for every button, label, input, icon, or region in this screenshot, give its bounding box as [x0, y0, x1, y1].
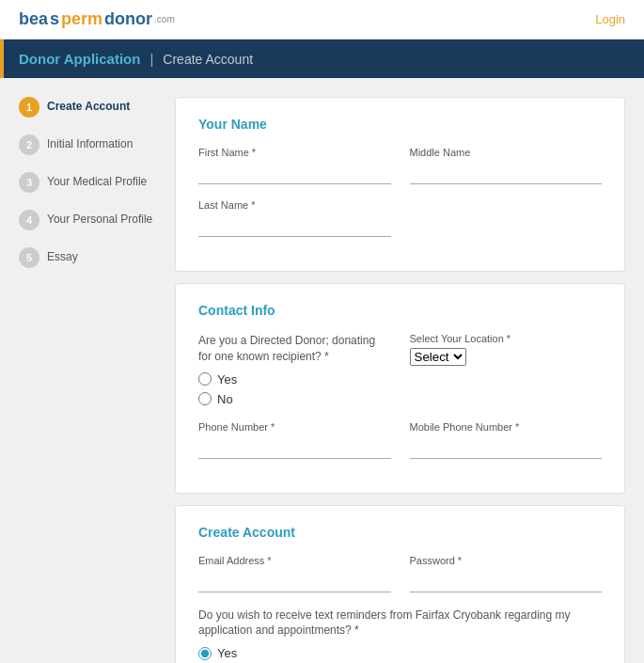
header-bar: Donor Application | Create Account — [0, 39, 644, 78]
middle-name-label: Middle Name — [410, 147, 603, 158]
your-name-section: Your Name First Name * Middle Name Last … — [175, 97, 625, 272]
create-account-title: Create Account — [198, 525, 602, 540]
email-label: Email Address * — [198, 555, 391, 566]
last-name-input[interactable] — [198, 214, 391, 237]
text-reminders-question: Do you wish to receive text reminders fr… — [198, 608, 602, 639]
logo: beaspermdonor.com — [19, 9, 175, 29]
directed-donor-yes[interactable]: Yes — [198, 372, 391, 387]
text-reminders-radio-group: Yes No — [198, 646, 602, 663]
mobile-field: Mobile Phone Number * — [410, 421, 603, 459]
logo-bea: bea — [19, 9, 48, 29]
content-area: Your Name First Name * Middle Name Last … — [175, 97, 625, 663]
directed-donor-no-radio[interactable] — [198, 392, 212, 405]
top-nav: beaspermdonor.com Login — [0, 0, 644, 39]
sidebar: 1 Create Account 2 Initial Information 3… — [19, 97, 160, 663]
last-name-label: Last Name * — [198, 199, 391, 211]
contact-row-2: Phone Number * Mobile Phone Number * — [198, 421, 602, 459]
logo-donor: donor — [104, 9, 152, 29]
logo-com: .com — [154, 14, 175, 24]
step-2-number: 2 — [19, 134, 39, 155]
main-layout: 1 Create Account 2 Initial Information 3… — [0, 78, 644, 663]
location-label: Select Your Location * — [410, 333, 603, 344]
text-reminders-yes[interactable]: Yes — [198, 646, 602, 660]
logo-perm: perm — [61, 9, 102, 29]
step-2-label: Initial Information — [47, 134, 133, 150]
create-account-section: Create Account Email Address * Password … — [175, 505, 625, 663]
middle-name-field: Middle Name — [410, 147, 603, 184]
header-accent — [0, 39, 4, 78]
step-3-number: 3 — [19, 172, 39, 193]
header-subtitle: Create Account — [163, 52, 253, 67]
step-1-label: Create Account — [47, 97, 130, 113]
middle-name-input[interactable] — [410, 162, 603, 184]
mobile-input[interactable] — [410, 436, 603, 459]
contact-row-1: Are you a Directed Donor; donating for o… — [198, 333, 602, 406]
step-4-number: 4 — [19, 210, 39, 230]
password-field: Password * — [410, 555, 603, 592]
sidebar-item-essay[interactable]: 5 Essay — [19, 247, 160, 268]
sidebar-item-personal-profile[interactable]: 4 Your Personal Profile — [19, 210, 160, 230]
first-name-label: First Name * — [198, 147, 391, 158]
header-bar-wrap: Donor Application | Create Account — [0, 39, 644, 78]
name-row-2: Last Name * — [198, 199, 602, 237]
password-input[interactable] — [410, 570, 603, 592]
directed-donor-question: Are you a Directed Donor; donating for o… — [198, 333, 391, 365]
step-3-label: Your Medical Profile — [47, 172, 147, 188]
header-title: Donor Application — [19, 51, 140, 67]
last-name-field: Last Name * — [198, 199, 391, 237]
account-row-1: Email Address * Password * — [198, 555, 602, 592]
logo-area: beaspermdonor.com — [19, 9, 175, 29]
text-reminders-yes-radio[interactable] — [198, 647, 212, 660]
sidebar-item-create-account[interactable]: 1 Create Account — [19, 97, 160, 118]
phone-input[interactable] — [198, 436, 391, 459]
text-reminders-area: Do you wish to receive text reminders fr… — [198, 608, 602, 663]
password-label: Password * — [410, 555, 603, 566]
sidebar-item-medical-profile[interactable]: 3 Your Medical Profile — [19, 172, 160, 193]
header-divider: | — [149, 51, 153, 67]
step-5-label: Essay — [47, 247, 78, 263]
email-input[interactable] — [198, 570, 391, 592]
directed-donor-radio-group: Yes No — [198, 372, 391, 406]
your-name-title: Your Name — [198, 117, 602, 132]
logo-sperm: s — [50, 9, 59, 29]
directed-donor-no[interactable]: No — [198, 392, 391, 406]
phone-label: Phone Number * — [198, 421, 391, 433]
location-field: Select Your Location * Select — [410, 333, 603, 406]
email-field: Email Address * — [198, 555, 391, 592]
mobile-label: Mobile Phone Number * — [410, 421, 603, 433]
contact-info-section: Contact Info Are you a Directed Donor; d… — [175, 283, 625, 494]
directed-donor-yes-radio[interactable] — [198, 372, 212, 386]
step-1-number: 1 — [19, 97, 39, 118]
text-reminders-yes-label: Yes — [217, 646, 237, 660]
location-select[interactable]: Select — [410, 348, 466, 366]
sidebar-item-initial-info[interactable]: 2 Initial Information — [19, 134, 160, 155]
phone-field: Phone Number * — [198, 421, 391, 459]
step-5-number: 5 — [19, 247, 39, 268]
first-name-input[interactable] — [198, 162, 391, 184]
directed-donor-field: Are you a Directed Donor; donating for o… — [198, 333, 391, 406]
first-name-field: First Name * — [198, 147, 391, 184]
name-row-1: First Name * Middle Name — [198, 147, 602, 184]
last-name-spacer — [410, 199, 603, 237]
directed-donor-yes-label: Yes — [217, 372, 237, 387]
directed-donor-no-label: No — [217, 392, 233, 406]
contact-info-title: Contact Info — [198, 303, 602, 318]
login-link[interactable]: Login — [595, 12, 625, 26]
step-4-label: Your Personal Profile — [47, 210, 152, 226]
